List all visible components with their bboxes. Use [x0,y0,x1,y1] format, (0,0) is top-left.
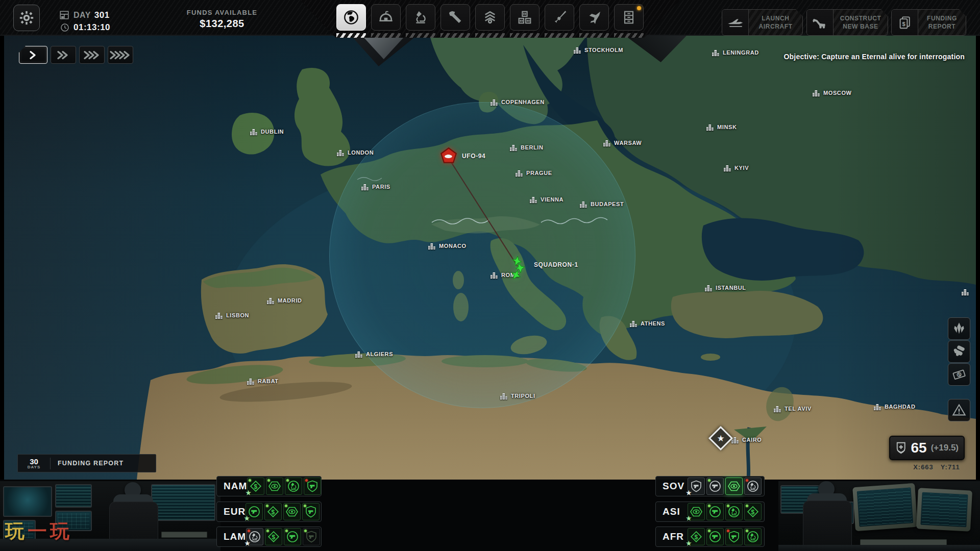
watermark: 玩一玩 [5,518,72,544]
map-tool-alloys-button[interactable] [948,340,970,363]
engineering-icon [447,9,463,26]
archive-icon [621,9,637,26]
ufo-marker[interactable] [440,147,457,164]
excavator-icon [807,10,834,35]
tab-stores[interactable] [510,4,540,31]
radar-range-circle [329,102,635,408]
aircraft-icon [586,9,602,26]
status-tile-funding: $★ [688,528,705,545]
notification-days: 30 DAYS [18,458,51,469]
region-row-nam[interactable]: NAM$★ [216,476,322,496]
city-label-stockholm: STOCKHOLM [574,46,623,54]
city-buildings-icon [247,378,255,385]
svg-text:$: $ [254,483,258,490]
notification-label: FUNDING REPORT [51,460,156,467]
time-speed-3-button[interactable] [79,46,105,64]
region-row-sov[interactable]: SOV★ [655,476,765,496]
city-buildings-icon [361,183,370,190]
star-icon: ★ [244,540,250,547]
status-dot-green [746,530,748,532]
settings-button[interactable] [13,5,40,31]
tab-aircraft[interactable] [579,4,609,31]
status-dot-red [746,479,748,482]
tab-engineering[interactable] [440,4,470,31]
status-tile-research [744,528,762,545]
city-label-rabat: RABAT [247,378,279,385]
city-label-dublin: DUBLIN [250,128,284,135]
weapons-icon [708,505,722,518]
funding-report-notification[interactable]: 30 DAYS FUNDING REPORT [17,454,156,472]
city-buildings-icon [530,196,538,203]
map-tool-alerts-button[interactable] [948,399,970,421]
ufo-label: UFO-94 [462,153,485,160]
score-badge: 65 (+19.5) [889,436,965,460]
status-tile-funding: $ [264,503,282,520]
region-row-afr[interactable]: AFR$★ [655,527,765,547]
city-label-tel-aviv: TEL AVIV [774,405,812,412]
base-icon [378,9,394,26]
city-label-madrid: MADRID [267,297,302,304]
weapons-icon [708,530,722,543]
status-tile-research: ★ [246,528,263,545]
city-buildings-icon [337,149,345,156]
city-buildings-icon [712,49,720,56]
region-row-eur[interactable]: EUR★$ [216,502,322,522]
funds-value: $132,285 [153,18,291,30]
research-icon [727,505,741,518]
star-icon: ★ [686,489,692,496]
airliner-icon [722,10,749,35]
score-delta: (+19.5) [931,443,959,453]
time-speed-1-button[interactable] [19,46,47,64]
region-status-tiles: $★ [688,528,762,545]
intel-icon [727,480,741,493]
construct-new-base-button[interactable]: CONSTRUCTNEW BASE [806,9,888,36]
region-row-asi[interactable]: ASI★$ [655,502,765,522]
city-buildings-icon [774,405,782,412]
launch-aircraft-button[interactable]: LAUNCHAIRCRAFT [722,9,803,36]
stores-icon [517,9,533,26]
city-label-algiers: ALGIERS [355,350,393,358]
city-label-copenhagen: COPENHAGEN [491,98,545,106]
tab-archive[interactable] [614,4,644,31]
construct-new-base-label: CONSTRUCTNEW BASE [834,10,888,35]
svg-text:$: $ [957,372,961,378]
research-icon [412,9,429,26]
notification-dot [637,6,641,10]
time-speed-2-button[interactable] [51,46,76,64]
region-status-tiles: ★$ [688,503,762,520]
star-icon: ★ [686,515,692,522]
status-dot-green [746,505,748,507]
status-dot-green [304,505,306,507]
score-value: 65 [911,440,927,456]
map-tool-funds-button[interactable]: $ [948,363,970,386]
tab-personnel[interactable] [475,4,505,31]
status-dot-green [727,505,729,507]
city-label-london: LONDON [337,149,374,156]
city-label-kyiv: KYIV [724,164,749,171]
tab-research[interactable] [406,4,435,31]
tab-geoscape[interactable] [336,4,366,31]
squadron-marker[interactable] [509,255,530,284]
region-code-label: SOV [663,481,688,492]
tab-armory[interactable] [545,4,574,31]
city-buildings-icon [706,123,715,131]
city-label-prague: PRAGUE [516,169,552,177]
main-tabs [336,4,644,31]
city-buildings-icon [731,436,740,443]
time-speed-4-button[interactable] [108,46,133,64]
status-tile-defense [303,528,320,545]
armory-icon [551,9,568,26]
chevron-icon [29,51,38,60]
world-map[interactable]: Objective: Capture an Eternal alive for … [0,0,980,551]
region-row-lam[interactable]: LAM★$ [216,527,322,547]
cash-icon: $ [952,367,966,382]
map-tool-crystals-button[interactable] [948,317,970,340]
tab-base[interactable] [371,4,401,31]
status-tile-weapons [706,528,724,545]
status-tile-funding: $★ [247,478,264,495]
star-icon: ★ [686,540,692,547]
funding-report-button[interactable]: $FUNDINGREPORT [891,9,966,36]
funding-icon: $ [746,505,760,518]
city-buildings-icon [355,350,363,358]
status-tile-defense [302,503,320,520]
